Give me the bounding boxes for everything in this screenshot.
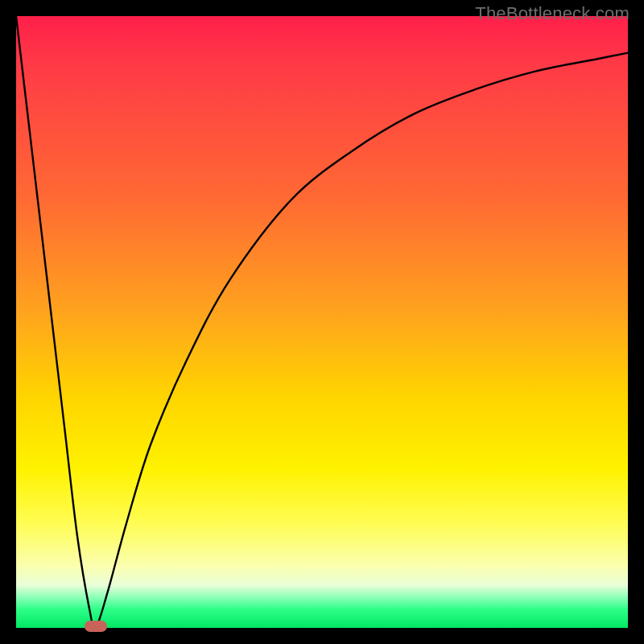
- watermark-text: TheBottleneck.com: [475, 3, 630, 24]
- minimum-marker: [85, 621, 107, 632]
- bottleneck-curve: [16, 16, 628, 628]
- plot-area: [16, 16, 628, 628]
- chart-frame: TheBottleneck.com: [0, 0, 644, 644]
